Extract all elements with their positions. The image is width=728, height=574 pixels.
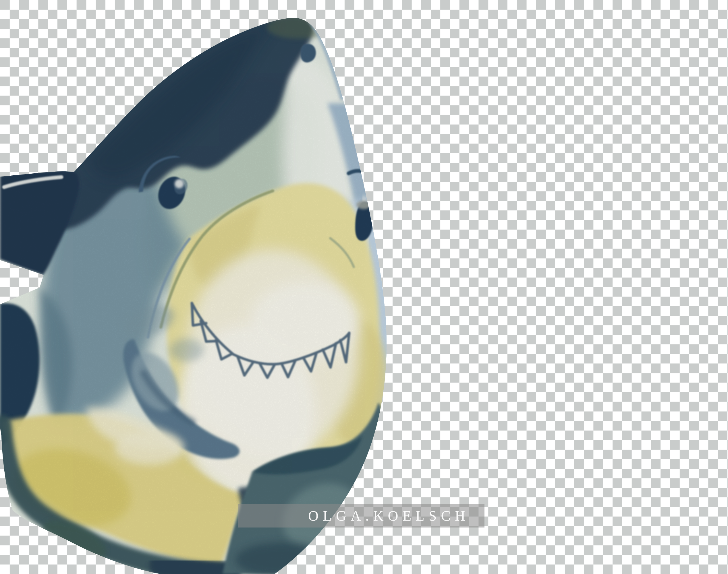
watercolor-grain	[0, 0, 728, 574]
watermark-text: OLGA.KOELSCH	[308, 508, 469, 523]
shark-body-group	[0, 0, 728, 574]
transparent-canvas: OLGA.KOELSCH	[0, 0, 728, 574]
shark-illustration	[0, 0, 728, 574]
watermark-bar: OLGA.KOELSCH	[238, 504, 485, 528]
